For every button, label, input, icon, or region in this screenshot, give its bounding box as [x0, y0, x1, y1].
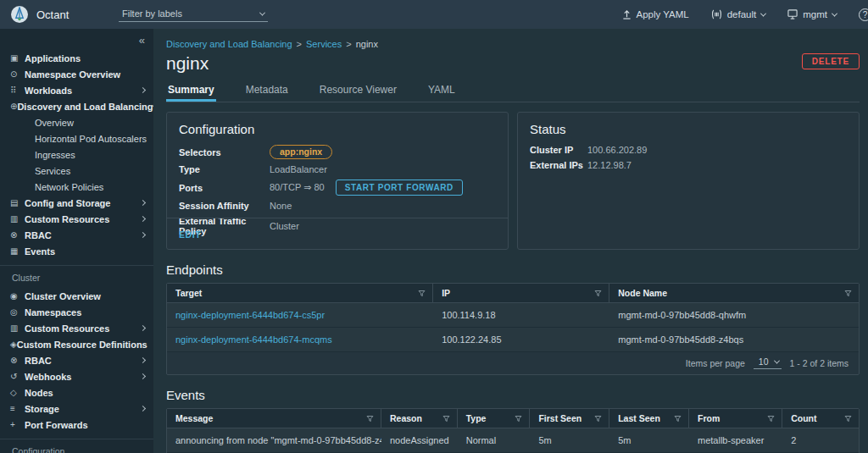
filter-icon[interactable] — [844, 415, 852, 423]
filter-icon[interactable] — [418, 290, 426, 297]
chevron-right-icon — [140, 373, 146, 379]
breadcrumb-current: nginx — [356, 39, 378, 49]
tab-metadata[interactable]: Metadata — [244, 80, 290, 102]
apply-yaml-button[interactable]: Apply YAML — [622, 9, 689, 19]
endpoints-col-target: Target — [175, 288, 202, 298]
external-ips-value: 12.12.98.7 — [587, 160, 632, 170]
help-icon[interactable]: ? — [859, 8, 868, 21]
sidebar-item-config-and-storage[interactable]: ▤ Config and Storage — [0, 195, 153, 211]
context-selector[interactable]: mgmt — [787, 9, 837, 19]
filter-icon[interactable] — [844, 290, 852, 297]
status-card-title: Status — [530, 122, 847, 136]
sidebar-item-services[interactable]: Services — [0, 163, 153, 179]
sidebar-item-discovery-load-balancing[interactable]: ⊕ Discovery and Load Balancing — [0, 98, 153, 114]
label-filter-dropdown[interactable]: Filter by labels — [119, 7, 268, 22]
app-name: Octant — [36, 8, 69, 21]
tab-summary[interactable]: Summary — [166, 80, 216, 102]
sidebar-item-storage[interactable]: ≡ Storage — [0, 401, 153, 417]
events-col-type: Type — [466, 413, 487, 423]
brand: Octant — [10, 5, 119, 24]
breadcrumb-discovery-load-balancing[interactable]: Discovery and Load Balancing — [166, 39, 292, 49]
sidebar-item-network-policies[interactable]: Network Policies — [0, 179, 153, 195]
selector-tag: app:nginx — [270, 145, 332, 159]
sidebar-item-workloads[interactable]: ⠿ Workloads — [0, 82, 153, 98]
applications-icon: ▣ — [10, 53, 25, 63]
topbar-actions: Apply YAML default mgmt ? — [622, 8, 860, 21]
top-bar: Octant Filter by labels Apply YAML defau… — [0, 0, 868, 29]
sidebar-item-ingresses[interactable]: Ingresses — [0, 146, 153, 163]
filter-icon[interactable] — [594, 290, 602, 297]
namespace-selector[interactable]: default — [711, 9, 766, 19]
workloads-icon: ⠿ — [10, 86, 25, 95]
apply-yaml-label: Apply YAML — [637, 9, 689, 19]
sidebar-item-webhooks[interactable]: ↺ Webhooks — [0, 368, 153, 384]
sidebar-item-applications[interactable]: ▣ Applications — [0, 50, 153, 66]
custom-resource-definitions-icon: ◈ — [10, 340, 17, 349]
sidebar-item-overview[interactable]: Overview — [0, 114, 153, 130]
status-card: Status Cluster IP 100.66.202.89 External… — [517, 112, 860, 250]
chevron-right-icon — [140, 325, 146, 331]
sidebar-item-custom-resource-definitions[interactable]: ◈ Custom Resource Definitions — [0, 336, 153, 352]
chevron-right-icon — [140, 406, 146, 412]
session-affinity-value: None — [270, 201, 292, 211]
namespaces-icon: ◎ — [10, 307, 25, 317]
event-first-seen: 5m — [530, 428, 609, 452]
sidebar-item-namespaces[interactable]: ◎ Namespaces — [0, 304, 153, 320]
config-storage-icon: ▤ — [10, 198, 25, 207]
page-size-select[interactable]: 10 — [754, 356, 782, 369]
custom-resources-icon: ▥ — [10, 214, 25, 224]
sidebar-item-custom-resources[interactable]: ▥ Custom Resources — [0, 211, 153, 227]
selectors-label: Selectors — [179, 147, 270, 157]
chevron-right-icon — [140, 357, 146, 363]
label-filter-placeholder: Filter by labels — [122, 8, 182, 19]
endpoint-node-name: mgmt-md-0-97bb45dd8-qhwfm — [609, 303, 859, 327]
endpoint-target-link[interactable]: nginx-deployment-6444bd674-cs5pr — [175, 310, 325, 320]
filter-icon[interactable] — [366, 415, 374, 423]
sidebar-item-cluster-custom-resources[interactable]: ▥ Custom Resources — [0, 320, 153, 336]
configuration-card-footer: EDIT — [167, 218, 508, 249]
event-message: announcing from node "mgmt-md-0-97bb45dd… — [167, 428, 381, 452]
events-title: Events — [166, 388, 860, 402]
filter-icon[interactable] — [674, 415, 682, 423]
table-row: announcing from node "mgmt-md-0-97bb45dd… — [167, 428, 859, 453]
endpoints-col-node-name: Node Name — [618, 288, 667, 298]
context-value: mgmt — [803, 9, 827, 19]
tab-bar: Summary Metadata Resource Viewer YAML — [166, 80, 860, 102]
sidebar-item-namespace-overview[interactable]: ⊙ Namespace Overview — [0, 66, 153, 82]
sidebar-item-cluster-rbac[interactable]: ⊗ RBAC — [0, 352, 153, 368]
tab-yaml[interactable]: YAML — [426, 80, 457, 102]
sidebar-collapse-button[interactable]: « — [0, 34, 153, 50]
edit-link[interactable]: EDIT — [179, 229, 201, 240]
port-forwards-icon: + — [10, 420, 25, 429]
items-per-page-label: Items per page — [686, 358, 745, 368]
chevron-down-icon — [774, 357, 780, 363]
sidebar-section-cluster: Cluster — [0, 271, 153, 288]
filter-icon[interactable] — [442, 415, 450, 423]
filter-icon[interactable] — [515, 415, 522, 423]
session-affinity-label: Session Affinity — [179, 201, 270, 211]
rbac-user-icon: ⊗ — [10, 230, 25, 240]
filter-icon[interactable] — [767, 415, 775, 423]
endpoints-title: Endpoints — [166, 262, 860, 277]
chevron-down-icon — [760, 10, 766, 16]
type-label: Type — [179, 164, 270, 174]
delete-button[interactable]: DELETE — [802, 53, 860, 69]
page-title: nginx — [166, 53, 209, 74]
main-content: Discovery and Load Balancing>Services>ng… — [153, 29, 868, 453]
sidebar-item-events[interactable]: ▦ Events — [0, 243, 153, 259]
event-from: metallb-speaker — [689, 428, 782, 452]
events-col-reason: Reason — [390, 413, 422, 423]
tab-resource-viewer[interactable]: Resource Viewer — [318, 80, 398, 102]
sidebar-item-cluster-overview[interactable]: ◉ Cluster Overview — [0, 288, 153, 304]
sidebar-item-horizontal-pod-autoscalers[interactable]: Horizontal Pod Autoscalers — [0, 130, 153, 146]
sidebar-item-port-forwards[interactable]: + Port Forwards — [0, 417, 153, 433]
endpoint-target-link[interactable]: nginx-deployment-6444bd674-mcqms — [175, 334, 332, 345]
sidebar-item-nodes[interactable]: ◇ Nodes — [0, 384, 153, 401]
sidebar-item-rbac[interactable]: ⊗ RBAC — [0, 227, 153, 243]
endpoint-ip: 100.122.24.85 — [433, 328, 609, 351]
breadcrumb-services[interactable]: Services — [306, 39, 342, 49]
start-port-forward-button[interactable]: START PORT FORWARD — [336, 180, 463, 196]
endpoints-col-ip: IP — [442, 288, 450, 298]
namespace-overview-icon: ⊙ — [10, 69, 25, 79]
filter-icon[interactable] — [594, 415, 602, 423]
